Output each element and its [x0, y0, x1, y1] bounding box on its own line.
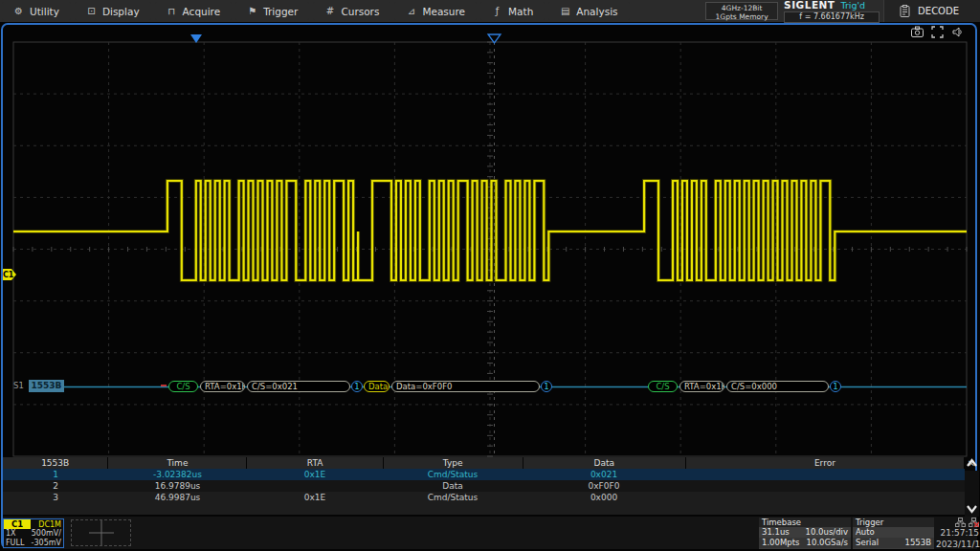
- trigger-panel[interactable]: Trigger Auto Serial 1553B: [853, 518, 934, 549]
- plus-icon: [89, 520, 114, 545]
- channel-name-tag: C1: [4, 519, 31, 529]
- channel-attenuation: 1X: [6, 529, 16, 539]
- table-cell: 0xF0F0: [523, 480, 685, 492]
- table-cell: 46.9987us: [108, 492, 247, 503]
- table-cell: [247, 480, 383, 492]
- decode-bubble-num: 1: [830, 381, 841, 392]
- svg-text:C1: C1: [3, 271, 14, 279]
- decode-bubble-num: 1: [541, 381, 552, 392]
- trigger-protocol: 1553B: [905, 538, 931, 548]
- table-cell: Type: [384, 457, 523, 469]
- decode-results-table: 1553BTimeRTATypeDataError1-3.02382us0x1E…: [3, 457, 965, 515]
- table-empty-row: [3, 503, 965, 515]
- decode-protocol-tag[interactable]: 1553B: [29, 380, 64, 392]
- channel-coupling: DC1M: [38, 520, 63, 529]
- decode-bubble-val: C/S=0x021: [247, 381, 350, 392]
- timebase-delay: 31.1us: [762, 527, 790, 538]
- clock-time: 21:57:15: [936, 527, 979, 539]
- lan-icon: [955, 518, 966, 527]
- table-cell: 0x000: [523, 492, 685, 503]
- clock-panel: 21:57:15 2023/11/13: [936, 517, 979, 549]
- decode-bubble-val: RTA=0x1E: [200, 381, 245, 392]
- channel-scale: 500mV/: [32, 529, 61, 539]
- fullscreen-icon[interactable]: [931, 26, 944, 38]
- timebase-sample-rate: 10.0GSa/s: [807, 538, 848, 548]
- table-cell: [685, 492, 965, 503]
- lan-disconnected-icon: [969, 518, 979, 527]
- table-cell: Data: [383, 480, 523, 492]
- table-cell: Time: [108, 457, 246, 469]
- sound-icon[interactable]: [951, 26, 964, 38]
- clock-date: 2023/11/13: [936, 539, 979, 550]
- decode-bubble-val: C/S=0x000: [726, 381, 829, 392]
- decode-start-marker: [161, 385, 167, 386]
- scroll-down-icon[interactable]: [965, 501, 979, 517]
- table-cell: 2: [3, 480, 108, 492]
- oscilloscope-screen: ⚙Utility⊡Display⊓Acquire⚑Trigger#Cursors…: [0, 0, 980, 551]
- table-cell: 0x1E: [247, 469, 383, 480]
- table-cell: 1: [3, 469, 108, 480]
- table-header-row: 1553BTimeRTATypeDataError: [3, 457, 965, 469]
- table-cell: Error: [686, 457, 964, 469]
- decode-bubble-cs: C/S: [168, 381, 198, 392]
- table-cell: Data: [523, 457, 685, 469]
- decode-bubble-val: RTA=0x1E: [679, 381, 724, 392]
- screenshot-camera-icon[interactable]: [911, 26, 924, 38]
- channel-1-descriptor[interactable]: C1 DC1M 1X 500mV/ FULL -305mV: [3, 518, 64, 548]
- decode-bubble-cs: C/S: [648, 381, 678, 392]
- channel-offset: -305mV: [32, 539, 61, 548]
- table-cell: RTA: [247, 457, 382, 469]
- table-cell: 0x021: [523, 469, 685, 480]
- decode-bubble-data: Data: [364, 381, 390, 392]
- trigger-mode: Auto: [856, 527, 875, 538]
- table-cell: 1553B: [3, 457, 107, 469]
- table-cell: Cmd/Status: [383, 469, 523, 480]
- timebase-memory: 1.00Mpts: [762, 538, 799, 548]
- add-channel-button[interactable]: [71, 519, 131, 546]
- decode-bubble-num: 1: [351, 381, 363, 392]
- scroll-up-icon[interactable]: [965, 455, 979, 471]
- table-row[interactable]: 1-3.02382us0x1ECmd/Status0x021: [3, 469, 965, 480]
- table-row[interactable]: 346.9987us0x1ECmd/Status0x000: [3, 492, 965, 503]
- table-cell: 16.9789us: [108, 480, 247, 492]
- timebase-title: Timebase: [759, 518, 851, 527]
- timebase-scale: 10.0us/div: [806, 527, 848, 538]
- timebase-panel[interactable]: Timebase 31.1us 10.0us/div 1.00Mpts 10.0…: [759, 518, 851, 549]
- trigger-title: Trigger: [853, 518, 934, 527]
- decode-bubble-val: Data=0xF0F0: [391, 381, 540, 392]
- trigger-type: Serial: [856, 538, 879, 548]
- table-cell: [685, 469, 965, 480]
- table-row[interactable]: 216.9789usData0xF0F0: [3, 480, 965, 492]
- table-cell: -3.02382us: [108, 469, 247, 480]
- table-scrollbar[interactable]: [965, 471, 979, 517]
- table-cell: 3: [3, 492, 108, 503]
- channel-bandwidth: FULL: [6, 539, 24, 548]
- table-cell: 0x1E: [247, 492, 383, 503]
- table-cell: [685, 480, 965, 492]
- decode-source-label: S1: [13, 381, 24, 390]
- bottom-status-bar: C1 DC1M 1X 500mV/ FULL -305mV Timebase 3…: [3, 517, 977, 549]
- table-cell: Cmd/Status: [383, 492, 523, 503]
